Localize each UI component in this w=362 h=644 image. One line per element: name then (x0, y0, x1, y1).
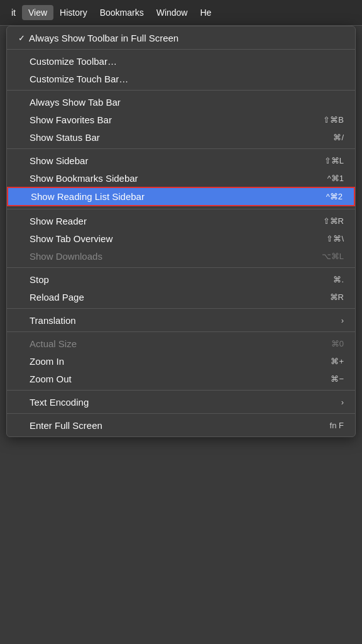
menu-item-stop-shortcut: ⌘. (333, 275, 344, 284)
view-menu: Always Show Toolbar in Full Screen Custo… (6, 26, 356, 437)
menu-item-show-reading-list-sidebar-label: Show Reading List Sidebar (19, 191, 307, 202)
menu-item-zoom-in-label: Zoom In (18, 356, 312, 367)
menu-bar-item-apple[interactable]: it (5, 5, 22, 20)
menu-item-show-reading-list-sidebar-shortcut: ^⌘2 (326, 192, 343, 201)
menu-item-show-tab-overview-shortcut: ⇧⌘\ (326, 234, 344, 243)
menu-item-always-show-toolbar-label: Always Show Toolbar in Full Screen (18, 33, 344, 43)
menu-item-show-downloads-shortcut: ⌥⌘L (322, 252, 344, 261)
separator-8 (7, 390, 355, 391)
menu-item-enter-full-screen-shortcut: fn F (330, 421, 344, 430)
separator-4 (7, 209, 355, 209)
menu-item-translation[interactable]: Translation › (7, 311, 355, 329)
menu-item-always-show-tab-bar[interactable]: Always Show Tab Bar (7, 93, 355, 111)
translation-submenu-arrow-icon: › (341, 316, 344, 325)
menu-item-customize-touch-bar[interactable]: Customize Touch Bar… (7, 70, 355, 87)
menu-item-reload-page[interactable]: Reload Page ⌘R (7, 288, 355, 306)
menu-bar: it View History Bookmarks Window He (0, 0, 362, 26)
menu-item-actual-size: Actual Size ⌘0 (7, 335, 355, 352)
menu-item-always-show-tab-bar-label: Always Show Tab Bar (18, 97, 344, 108)
menu-bar-item-history[interactable]: History (53, 5, 94, 20)
menu-bar-item-bookmarks[interactable]: Bookmarks (94, 5, 150, 20)
separator-7 (7, 331, 355, 332)
menu-item-customize-toolbar-label: Customize Toolbar… (18, 56, 344, 67)
menu-item-zoom-in-shortcut: ⌘+ (331, 357, 344, 366)
menu-bar-item-window[interactable]: Window (150, 5, 194, 20)
menu-item-reload-page-label: Reload Page (18, 292, 311, 303)
menu-item-show-bookmarks-sidebar[interactable]: Show Bookmarks Sidebar ^⌘1 (7, 169, 355, 187)
text-encoding-submenu-arrow-icon: › (341, 397, 344, 407)
menu-item-customize-toolbar[interactable]: Customize Toolbar… (7, 52, 355, 70)
menu-item-translation-label: Translation (18, 315, 335, 326)
menu-item-enter-full-screen[interactable]: Enter Full Screen fn F (7, 416, 355, 434)
menu-item-show-favorites-bar-shortcut: ⇧⌘B (323, 115, 344, 125)
menu-item-show-bookmarks-sidebar-shortcut: ^⌘1 (327, 174, 344, 183)
menu-item-text-encoding[interactable]: Text Encoding › (7, 393, 355, 411)
separator-2 (7, 90, 355, 91)
menu-item-show-sidebar[interactable]: Show Sidebar ⇧⌘L (7, 152, 355, 169)
menu-item-show-reader-label: Show Reader (18, 216, 304, 226)
menu-item-actual-size-label: Actual Size (18, 338, 312, 349)
separator-9 (7, 413, 355, 414)
menu-item-reload-page-shortcut: ⌘R (330, 292, 344, 302)
menu-item-actual-size-shortcut: ⌘0 (331, 339, 344, 348)
menu-item-stop-label: Stop (18, 274, 314, 285)
menu-item-zoom-out-label: Zoom Out (18, 374, 312, 384)
menu-item-show-status-bar[interactable]: Show Status Bar ⌘/ (7, 128, 355, 146)
menu-item-stop[interactable]: Stop ⌘. (7, 270, 355, 288)
menu-item-show-reader[interactable]: Show Reader ⇧⌘R (7, 212, 355, 230)
menu-item-show-favorites-bar[interactable]: Show Favorites Bar ⇧⌘B (7, 111, 355, 128)
menu-item-customize-touch-bar-label: Customize Touch Bar… (18, 74, 344, 84)
menu-bar-item-help[interactable]: He (194, 5, 217, 20)
menu-item-show-tab-overview[interactable]: Show Tab Overview ⇧⌘\ (7, 230, 355, 247)
menu-item-show-status-bar-shortcut: ⌘/ (333, 133, 344, 142)
separator-6 (7, 308, 355, 309)
menu-item-always-show-toolbar[interactable]: Always Show Toolbar in Full Screen (7, 29, 355, 47)
menu-item-show-downloads-label: Show Downloads (18, 251, 303, 262)
menu-item-zoom-out-shortcut: ⌘− (331, 374, 344, 384)
menu-item-show-reading-list-sidebar[interactable]: Show Reading List Sidebar ^⌘2 (7, 187, 355, 206)
menu-item-zoom-in[interactable]: Zoom In ⌘+ (7, 352, 355, 370)
separator-1 (7, 49, 355, 50)
menu-item-show-tab-overview-label: Show Tab Overview (18, 233, 307, 244)
menu-item-show-status-bar-label: Show Status Bar (18, 132, 314, 143)
menu-item-zoom-out[interactable]: Zoom Out ⌘− (7, 370, 355, 387)
menu-item-text-encoding-label: Text Encoding (18, 397, 335, 408)
menu-item-show-downloads: Show Downloads ⌥⌘L (7, 247, 355, 265)
menu-item-show-sidebar-label: Show Sidebar (18, 155, 305, 166)
separator-3 (7, 148, 355, 149)
menu-item-show-sidebar-shortcut: ⇧⌘L (324, 156, 344, 165)
menu-bar-item-view[interactable]: View (22, 5, 53, 20)
menu-item-show-favorites-bar-label: Show Favorites Bar (18, 114, 304, 125)
menu-item-show-reader-shortcut: ⇧⌘R (323, 216, 344, 226)
separator-5 (7, 267, 355, 268)
menu-item-show-bookmarks-sidebar-label: Show Bookmarks Sidebar (18, 173, 309, 184)
menu-item-enter-full-screen-label: Enter Full Screen (18, 420, 311, 431)
